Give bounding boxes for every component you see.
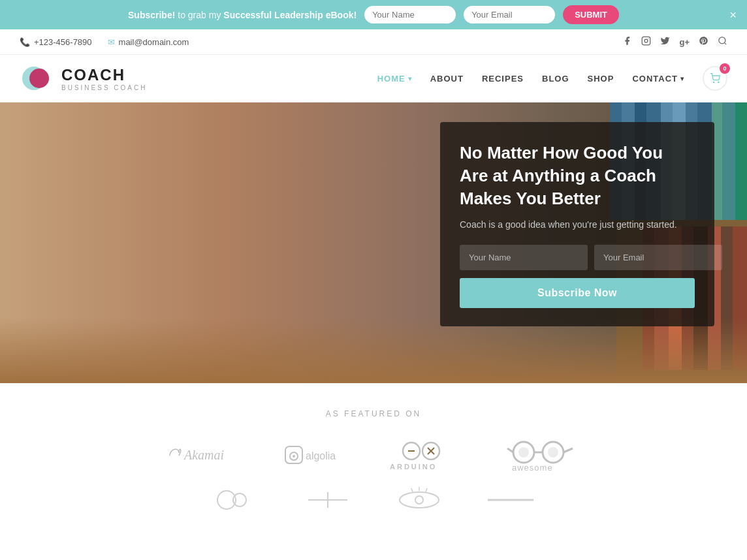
nav-item-home[interactable]: HOME ▾ [377,74,412,84]
hero-subscribe-button[interactable]: Subscribe Now [460,278,695,308]
phone-item: 📞 +123-456-7890 [20,37,92,47]
brand-name: COACH [61,66,147,84]
hero-section: No Matter How Good You Are at Anything a… [0,102,747,383]
svg-text:algolia: algolia [306,450,336,461]
googleplus-icon[interactable]: g+ [679,37,690,47]
featured-label: AS FEATURED ON [20,409,727,418]
cart-badge: 0 [720,63,730,74]
contact-info: 📞 +123-456-7890 ✉ mail@domain.com [20,37,189,47]
svg-point-1 [644,39,648,42]
svg-line-36 [426,488,427,492]
home-chevron-icon: ▾ [408,75,412,82]
hero-subtitle: Coach is a good idea when you're just ge… [460,218,695,232]
logo-awesome: awesome [504,438,582,474]
banner-text: Subscribe! to grab my Successful Leaders… [128,10,357,20]
svg-text:Akamai: Akamai [183,448,224,462]
svg-point-12 [293,455,295,458]
nav-item-shop[interactable]: SHOP [588,74,614,84]
svg-point-32 [400,492,439,508]
logo-icon [20,61,54,95]
hero-name-input[interactable] [460,245,588,270]
svg-line-24 [564,448,573,452]
svg-point-3 [719,37,725,44]
banner-close-button[interactable]: × [729,9,737,21]
hero-overlay-box: No Matter How Good You Are at Anything a… [440,122,714,326]
svg-text:awesome: awesome [512,463,553,473]
phone-icon: 📞 [20,37,30,47]
brand-tagline: BUSINESS COACH [61,84,147,91]
banner-middle: to grab my [178,10,223,20]
nav-item-contact[interactable]: CONTACT ▾ [632,74,684,84]
search-icon[interactable] [718,36,727,48]
banner-ebook: Successful Leadership eBook! [223,10,357,20]
svg-point-26 [548,447,558,458]
top-banner: Subscribe! to grab my Successful Leaders… [0,0,747,29]
logo-arduino: ARDUINO [387,438,465,474]
nav-item-about[interactable]: ABOUT [430,74,464,84]
social-icons: g+ [622,36,727,48]
svg-line-23 [507,448,513,452]
svg-point-25 [518,447,529,458]
email-address: mail@domain.com [119,37,189,47]
logo-algolia: algolia [282,441,347,471]
instagram-icon[interactable] [641,36,651,48]
logo-row2-3 [393,487,445,513]
nav-item-recipes[interactable]: RECIPES [482,74,524,84]
second-logos-row [20,487,727,520]
svg-point-2 [648,38,649,39]
email-item: ✉ mail@domain.com [108,37,189,47]
logo-row2-4 [485,487,537,513]
banner-name-input[interactable] [364,6,456,23]
main-nav: HOME ▾ ABOUT RECIPES BLOG SHOP CONTACT ▾… [377,66,727,91]
svg-point-7 [713,82,714,82]
hero-title: No Matter How Good You Are at Anything a… [460,142,695,210]
banner-email-input[interactable] [464,6,555,23]
twitter-icon[interactable] [660,36,670,48]
svg-text:ARDUINO: ARDUINO [390,463,437,471]
hero-form [460,245,695,270]
logo-text: COACH BUSINESS COACH [61,66,147,91]
phone-number: +123-456-7890 [34,37,92,47]
pinterest-icon[interactable] [699,36,708,48]
nav-item-blog[interactable]: BLOG [542,74,569,84]
featured-section: AS FEATURED ON Akamai algolia [0,383,747,533]
mail-icon: ✉ [108,37,115,47]
svg-point-6 [29,69,49,88]
contact-bar: 📞 +123-456-7890 ✉ mail@domain.com g+ [0,29,747,55]
contact-chevron-icon: ▾ [680,75,684,82]
svg-line-34 [411,488,413,492]
logo-row2-2 [302,487,354,513]
logo-akamai: Akamai [165,441,243,471]
svg-point-8 [718,82,719,82]
svg-line-4 [724,42,726,44]
facebook-icon[interactable] [622,36,632,48]
svg-rect-0 [643,37,651,45]
logos-row: Akamai algolia ARDUINO [20,438,727,474]
cart-button[interactable]: 0 [703,66,727,91]
banner-submit-button[interactable]: SUBMIT [563,5,619,24]
hero-email-input[interactable] [594,245,722,270]
header: COACH BUSINESS COACH HOME ▾ ABOUT RECIPE… [0,55,747,102]
logo-row2-1 [210,487,262,513]
svg-point-33 [415,496,423,504]
banner-subscribe: Subscribe! [128,10,175,20]
logo-area: COACH BUSINESS COACH [20,61,147,95]
